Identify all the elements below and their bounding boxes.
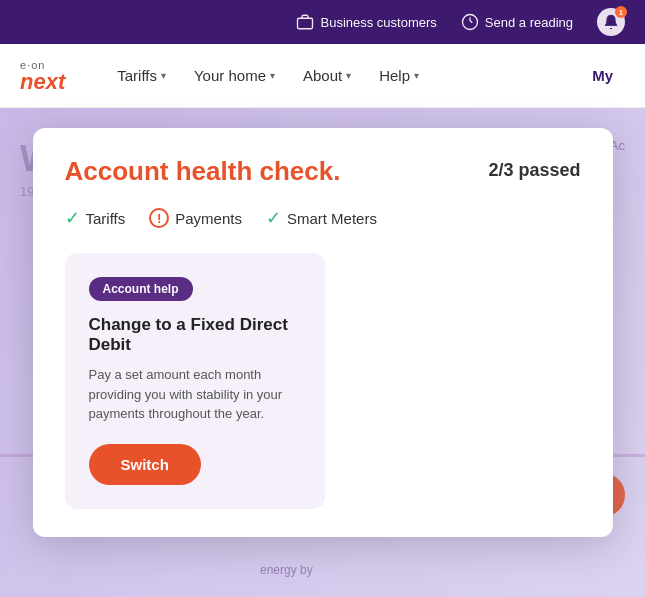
logo-next: next <box>20 71 65 93</box>
business-customers-label: Business customers <box>320 15 436 30</box>
check-smart-meters-label: Smart Meters <box>287 210 377 227</box>
check-payments: ! Payments <box>149 208 242 228</box>
chevron-down-icon: ▾ <box>414 70 419 81</box>
check-payments-label: Payments <box>175 210 242 227</box>
nav-item-help[interactable]: Help ▾ <box>367 59 431 92</box>
briefcase-icon <box>296 13 314 31</box>
check-warning-icon: ! <box>149 208 169 228</box>
check-tariffs-label: Tariffs <box>86 210 126 227</box>
card-description: Pay a set amount each month providing yo… <box>89 365 301 424</box>
send-reading-link[interactable]: Send a reading <box>461 13 573 31</box>
notification-count: 1 <box>615 6 627 18</box>
card-badge: Account help <box>89 277 193 301</box>
check-pass-icon: ✓ <box>65 207 80 229</box>
nav-item-about[interactable]: About ▾ <box>291 59 363 92</box>
modal-overlay: Account health check. 2/3 passed ✓ Tarif… <box>0 108 645 597</box>
nav-item-tariffs[interactable]: Tariffs ▾ <box>105 59 178 92</box>
check-smart-meters: ✓ Smart Meters <box>266 207 377 229</box>
card-title: Change to a Fixed Direct Debit <box>89 315 301 355</box>
modal-score: 2/3 passed <box>488 160 580 181</box>
nav-items: Tariffs ▾ Your home ▾ About ▾ Help ▾ My <box>105 59 625 92</box>
switch-button[interactable]: Switch <box>89 444 201 485</box>
check-tariffs: ✓ Tariffs <box>65 207 126 229</box>
nav-item-your-home[interactable]: Your home ▾ <box>182 59 287 92</box>
modal-title: Account health check. <box>65 156 341 187</box>
nav-bar: e·on next Tariffs ▾ Your home ▾ About ▾ … <box>0 44 645 108</box>
send-reading-label: Send a reading <box>485 15 573 30</box>
logo[interactable]: e·on next <box>20 59 65 93</box>
notification-bell[interactable]: 1 <box>597 8 625 36</box>
nav-item-my[interactable]: My <box>580 59 625 92</box>
svg-rect-0 <box>298 18 313 29</box>
modal-header: Account health check. 2/3 passed <box>65 156 581 187</box>
top-bar: Business customers Send a reading 1 <box>0 0 645 44</box>
account-health-modal: Account health check. 2/3 passed ✓ Tarif… <box>33 128 613 537</box>
chevron-down-icon: ▾ <box>270 70 275 81</box>
account-help-card: Account help Change to a Fixed Direct De… <box>65 253 325 509</box>
chevron-down-icon: ▾ <box>161 70 166 81</box>
check-pass-icon-2: ✓ <box>266 207 281 229</box>
business-customers-link[interactable]: Business customers <box>296 13 436 31</box>
chevron-down-icon: ▾ <box>346 70 351 81</box>
checks-row: ✓ Tariffs ! Payments ✓ Smart Meters <box>65 207 581 229</box>
meter-icon <box>461 13 479 31</box>
